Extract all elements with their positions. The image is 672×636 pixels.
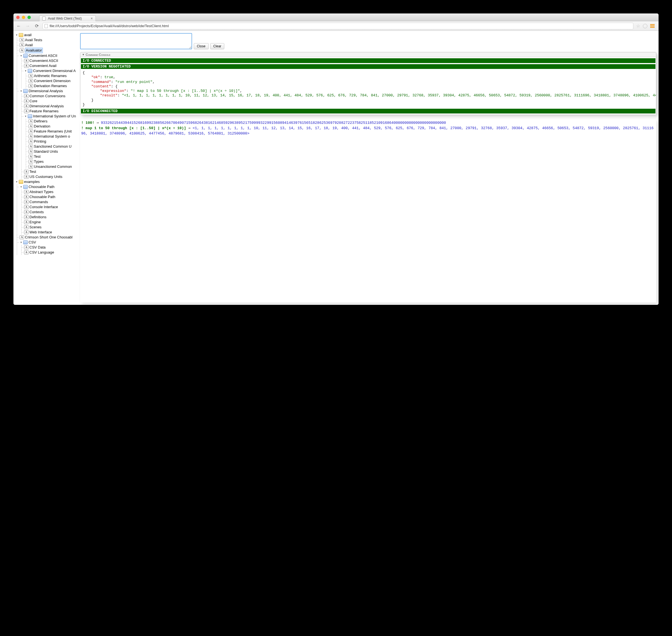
tree-item[interactable]: AConvenient ASCII <box>24 58 78 63</box>
tree-toggle-icon[interactable]: ▾ <box>20 88 22 94</box>
command-input[interactable] <box>80 33 192 49</box>
tree-item[interactable]: AInternational System o <box>28 134 78 139</box>
zoom-window-icon[interactable] <box>27 16 31 19</box>
tree-item[interactable]: AScenes <box>24 225 78 230</box>
tree-item[interactable]: AUnsanctioned Common <box>28 164 78 169</box>
tree-label: Choosable Path <box>28 184 55 190</box>
tree-toggle-icon[interactable]: ▾ <box>20 240 22 245</box>
tree-item[interactable]: AEngine <box>24 220 78 225</box>
module-icon: A <box>24 225 28 229</box>
tree-item[interactable]: ASanctioned Common U <box>28 144 78 149</box>
tree-item[interactable]: ▾International System of Un <box>24 114 78 119</box>
tree-item[interactable]: AConsole Interface <box>24 204 78 210</box>
tree-root-avail[interactable]: ▾ avail <box>15 33 78 38</box>
url-field[interactable]: file:///Users/todd/Projects/Eclipse/Avai… <box>43 23 633 29</box>
tree-item[interactable]: ADimensional Analysis <box>24 104 78 109</box>
nav-back-icon[interactable]: ← <box>16 23 22 28</box>
module-icon: A <box>28 140 33 143</box>
module-icon: A <box>24 215 28 219</box>
tree-item[interactable]: AConvenient Avail <box>24 63 78 68</box>
package-icon <box>28 114 32 118</box>
module-icon: A <box>24 104 28 108</box>
panel-title: Command Console <box>86 53 110 56</box>
tree-label: Test <box>34 154 41 159</box>
tree-label: Console Interface <box>29 204 58 210</box>
tree-label: US Customary Units <box>29 174 62 179</box>
module-tree[interactable]: ▾ avail AAvail Tests AAvail AAvailuator … <box>14 31 78 305</box>
tree-item[interactable]: ▾Dimensional Analysis <box>20 88 78 94</box>
tree-item[interactable]: ▾Convenient Dimensional A <box>24 68 78 74</box>
tree-item[interactable]: ADefinitions <box>24 215 78 220</box>
tree-item[interactable]: AAvail Tests <box>20 38 78 43</box>
tree-root-examples[interactable]: ▾ examples <box>15 179 78 184</box>
tree-item[interactable]: AWeb Interface <box>24 230 78 235</box>
tree-item[interactable]: APrinting <box>28 139 78 144</box>
module-icon: A <box>20 48 24 53</box>
tree-toggle-icon[interactable]: ▾ <box>20 53 22 58</box>
tree-item[interactable]: ATest <box>28 154 78 159</box>
tree-item[interactable]: ACSV Data <box>24 245 78 250</box>
tree-item[interactable]: ▾CSV <box>20 240 78 245</box>
tree-item[interactable]: ACommon Conversions <box>24 94 78 99</box>
tree-item[interactable]: ▾Choosable Path <box>20 184 78 190</box>
tree-label: Printing <box>34 139 46 144</box>
tree-toggle-icon[interactable]: ▾ <box>24 114 27 119</box>
tree-item[interactable]: AChoosable Path <box>24 195 78 199</box>
tree-item[interactable]: AContexts <box>24 210 78 215</box>
tree-item[interactable]: AArithmetic Renames <box>28 74 78 78</box>
module-icon: A <box>24 200 28 204</box>
page-icon <box>42 17 46 20</box>
tree-item[interactable]: ACrimson Short One Choosabl <box>20 235 78 240</box>
tree-item[interactable]: AFeature Renames (Unit <box>28 129 78 134</box>
tree-item-availuator[interactable]: AAvailuator <box>20 47 78 53</box>
tree-toggle-icon[interactable]: ▾ <box>20 184 22 190</box>
panel-header[interactable]: ▼ Command Console <box>80 53 656 57</box>
tree-item[interactable]: ▾Convenient ASCII <box>20 53 78 58</box>
hamburger-menu-icon[interactable] <box>650 24 655 28</box>
browser-window: Avail Web Client (Test) × ← → ⟳ file:///… <box>14 14 658 305</box>
tree-label: Unsanctioned Common <box>34 164 72 169</box>
nav-forward-icon[interactable]: → <box>25 23 31 28</box>
tree-label: examples <box>24 179 40 184</box>
url-bar: ← → ⟳ file:///Users/todd/Projects/Eclips… <box>14 21 658 31</box>
tree-toggle-icon[interactable]: ▾ <box>24 68 27 74</box>
tree-label: International System of Un <box>33 114 76 119</box>
minimize-window-icon[interactable] <box>22 16 25 19</box>
tree-item[interactable]: ACSV Language <box>24 250 78 255</box>
tree-item[interactable]: ACore <box>24 99 78 104</box>
tree-item[interactable]: AAvail <box>20 43 78 47</box>
clear-button[interactable]: Clear <box>210 43 225 49</box>
globe-icon[interactable] <box>643 24 647 28</box>
tree-label: Convenient Dimension <box>34 78 70 83</box>
module-icon: A <box>28 84 33 88</box>
tree-item[interactable]: ATypes <box>28 159 78 164</box>
tree-item[interactable]: AStandard Units <box>28 149 78 154</box>
tree-label: Choosable Path <box>29 195 56 199</box>
output-result: 9332621544394415268169923885626670049071… <box>101 121 446 125</box>
tree-label: Definitions <box>29 215 46 220</box>
close-window-icon[interactable] <box>16 16 20 19</box>
tree-item[interactable]: AConvenient Dimension <box>28 78 78 83</box>
close-button[interactable]: Close <box>194 43 209 49</box>
tree-item[interactable]: ACommands <box>24 199 78 204</box>
tree-item[interactable]: ADerivation <box>28 124 78 129</box>
arrow-icon: ⇒ <box>97 121 99 125</box>
module-icon: A <box>20 43 24 47</box>
tree-item[interactable]: AUS Customary Units <box>24 174 78 179</box>
tree-item[interactable]: AFeature Renames <box>24 109 78 114</box>
tree-label: Convenient ASCII <box>28 53 57 58</box>
browser-tab[interactable]: Avail Web Client (Test) × <box>39 15 96 21</box>
tree-toggle-icon[interactable]: ▾ <box>15 33 18 38</box>
tab-close-icon[interactable]: × <box>91 17 93 20</box>
tree-item[interactable]: AAbstract Types <box>24 190 78 195</box>
tree-label: avail <box>24 33 32 38</box>
tree-item[interactable]: ADerivation Renames <box>28 83 78 88</box>
tree-item[interactable]: ATest <box>24 169 78 174</box>
output-command: ! map 1 to 50 through [x : [1..50] | x^(… <box>81 126 186 130</box>
tree-label: Dimensional Analysis <box>29 104 64 109</box>
tree-label: Arithmetic Renames <box>34 74 67 78</box>
reload-icon[interactable]: ⟳ <box>34 23 40 28</box>
tree-item[interactable]: ADefiners <box>28 119 78 124</box>
bookmark-star-icon[interactable]: ☆ <box>636 23 640 28</box>
tree-toggle-icon[interactable]: ▾ <box>15 179 18 184</box>
